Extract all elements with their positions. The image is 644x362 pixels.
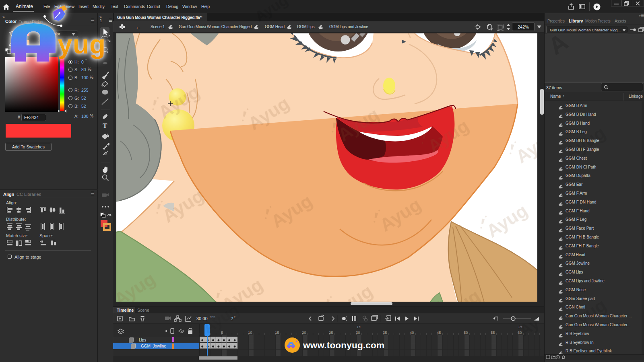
svg-text:T: T [103, 122, 107, 130]
